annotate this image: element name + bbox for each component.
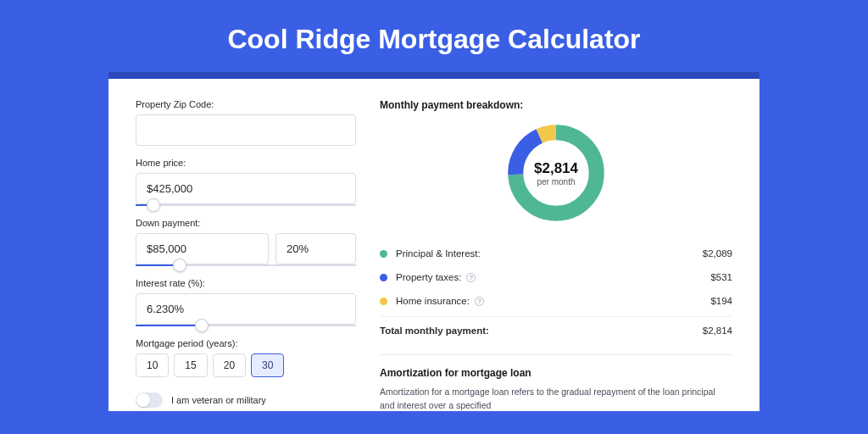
line-label: Property taxes: ?: [396, 272, 710, 282]
down-payment-pct-input[interactable]: [275, 233, 356, 264]
line-label: Home insurance: ?: [396, 296, 710, 306]
donut-chart-wrap: $2,814 per month: [380, 120, 732, 226]
zip-label: Property Zip Code:: [136, 99, 356, 109]
dot-icon: [380, 274, 387, 281]
line-home-insurance: Home insurance: ? $194: [380, 289, 732, 313]
slider-thumb[interactable]: [173, 259, 186, 272]
down-payment-label: Down payment:: [136, 218, 356, 228]
breakdown-title: Monthly payment breakdown:: [380, 99, 732, 111]
form-column: Property Zip Code: Home price: Down paym…: [136, 99, 356, 411]
line-value: $531: [710, 272, 732, 282]
amortization-section: Amortization for mortgage loan Amortizat…: [380, 354, 732, 411]
period-option-20[interactable]: 20: [213, 353, 246, 377]
period-options: 10 15 20 30: [136, 353, 356, 377]
total-value: $2,814: [703, 326, 732, 336]
veteran-row: I am veteran or military: [136, 392, 356, 408]
info-icon[interactable]: ?: [466, 273, 476, 282]
interest-rate-label: Interest rate (%):: [136, 278, 356, 288]
donut-chart: $2,814 per month: [503, 120, 609, 226]
page-title: Cool Ridge Mortgage Calculator: [0, 0, 868, 72]
veteran-label: I am veteran or military: [171, 395, 266, 405]
down-payment-input[interactable]: [136, 233, 269, 264]
period-option-10[interactable]: 10: [136, 353, 169, 377]
home-price-input[interactable]: [136, 173, 356, 204]
slider-thumb[interactable]: [147, 198, 160, 212]
slider-thumb[interactable]: [195, 319, 209, 332]
line-principal-interest: Principal & Interest: $2,089: [380, 242, 732, 265]
toggle-knob: [136, 393, 150, 407]
donut-center: $2,814 per month: [503, 120, 609, 226]
info-icon[interactable]: ?: [475, 297, 484, 306]
interest-rate-field: Interest rate (%):: [136, 278, 356, 326]
interest-rate-input[interactable]: [136, 293, 356, 325]
down-payment-field: Down payment:: [136, 218, 356, 266]
breakdown-column: Monthly payment breakdown: $2,814 per mo…: [356, 99, 732, 411]
down-payment-slider[interactable]: [136, 264, 356, 266]
dot-icon: [380, 250, 387, 258]
zip-field: Property Zip Code:: [136, 99, 356, 146]
mortgage-period-label: Mortgage period (years):: [136, 338, 356, 348]
veteran-toggle[interactable]: [136, 392, 163, 408]
home-price-slider[interactable]: [136, 204, 356, 206]
amortization-title: Amortization for mortgage loan: [380, 367, 732, 379]
zip-input[interactable]: [136, 114, 356, 146]
line-value: $194: [710, 296, 732, 306]
line-property-taxes: Property taxes: ? $531: [380, 265, 732, 289]
amortization-body: Amortization for a mortgage loan refers …: [380, 386, 732, 411]
period-option-15[interactable]: 15: [174, 353, 207, 377]
total-label: Total monthly payment:: [380, 326, 703, 336]
interest-rate-slider[interactable]: [136, 325, 356, 326]
donut-amount: $2,814: [534, 160, 578, 177]
line-label: Principal & Interest:: [396, 248, 703, 259]
period-option-30[interactable]: 30: [251, 353, 284, 377]
dot-icon: [380, 298, 387, 305]
donut-sub: per month: [537, 177, 575, 186]
calculator-card: Property Zip Code: Home price: Down paym…: [108, 72, 760, 411]
line-value: $2,089: [703, 248, 732, 259]
home-price-label: Home price:: [136, 158, 356, 168]
line-total: Total monthly payment: $2,814: [380, 316, 732, 342]
mortgage-period-field: Mortgage period (years): 10 15 20 30: [136, 338, 356, 377]
home-price-field: Home price:: [136, 158, 356, 206]
